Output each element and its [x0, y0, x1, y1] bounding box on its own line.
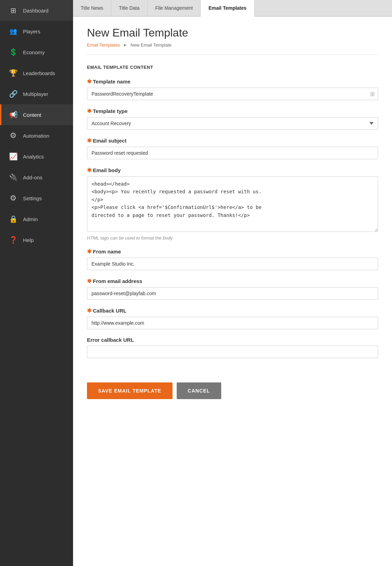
error-callback-url-input[interactable] — [87, 346, 378, 358]
page-title: New Email Template — [87, 26, 378, 39]
email-body-group: ✱ Email body HTML tags can be used to fo… — [87, 167, 378, 241]
sidebar-label-dashboard: Dashboard — [23, 8, 48, 14]
analytics-icon — [8, 151, 19, 162]
settings-icon — [8, 193, 19, 204]
required-star-body: ✱ — [87, 167, 91, 173]
callback-url-label: ✱ Callback URL — [87, 307, 378, 314]
email-body-textarea[interactable] — [87, 176, 378, 232]
email-subject-group: ✱ Email subject — [87, 137, 378, 159]
page-header: New Email Template Email Templates ► New… — [73, 17, 392, 48]
dashboard-icon — [8, 5, 19, 16]
footer-actions: SAVE EMAIL TEMPLATE CANCEL — [73, 376, 392, 410]
required-star-from-email: ✱ — [87, 278, 91, 284]
sidebar-item-admin[interactable]: Admin — [0, 209, 73, 229]
template-name-input-wrapper: ⊞ — [87, 88, 378, 100]
template-type-label: ✱ Template type — [87, 108, 378, 114]
template-name-input[interactable] — [87, 88, 378, 100]
sidebar-item-content[interactable]: Content — [0, 104, 73, 125]
sidebar-label-leaderboards: Leaderboards — [23, 70, 55, 76]
automation-icon — [8, 130, 19, 141]
sidebar-item-automation[interactable]: Automation — [0, 125, 73, 146]
email-body-label: ✱ Email body — [87, 167, 378, 173]
form-area: EMAIL TEMPLATE CONTENT ✱ Template name ⊞… — [73, 55, 392, 373]
from-email-group: ✱ From email address — [87, 278, 378, 300]
sidebar-item-players[interactable]: Players — [0, 21, 73, 42]
sidebar-label-multiplayer: Multiplayer — [23, 91, 48, 97]
sidebar-label-economy: Economy — [23, 49, 45, 55]
required-star-subject: ✱ — [87, 137, 91, 144]
tab-title-news[interactable]: Title News — [73, 0, 111, 16]
sidebar-item-help[interactable]: Help — [0, 229, 73, 250]
players-icon — [8, 26, 19, 37]
breadcrumb-current: New Email Template — [130, 42, 171, 48]
required-star-callback: ✱ — [87, 307, 91, 314]
sidebar: Dashboard Players Economy Leaderboards M… — [0, 0, 73, 566]
sidebar-label-help: Help — [23, 237, 34, 243]
tab-title-data[interactable]: Title Data — [111, 0, 147, 16]
sidebar-item-leaderboards[interactable]: Leaderboards — [0, 63, 73, 83]
callback-url-group: ✱ Callback URL — [87, 307, 378, 329]
error-callback-url-label: Error callback URL — [87, 337, 378, 343]
tab-bar: Title News Title Data File Management Em… — [73, 0, 392, 17]
admin-icon — [8, 213, 19, 225]
save-email-template-button[interactable]: SAVE EMAIL TEMPLATE — [87, 382, 173, 399]
main-content: Title News Title Data File Management Em… — [73, 0, 392, 566]
template-name-grid-icon: ⊞ — [370, 91, 375, 97]
sidebar-label-players: Players — [23, 29, 40, 34]
sidebar-item-addons[interactable]: Add-ons — [0, 167, 73, 188]
sidebar-item-economy[interactable]: Economy — [0, 42, 73, 63]
sidebar-label-automation: Automation — [23, 133, 49, 139]
economy-icon — [8, 47, 19, 58]
leaderboards-icon — [8, 67, 19, 79]
template-name-group: ✱ Template name ⊞ — [87, 78, 378, 100]
required-star-type: ✱ — [87, 108, 91, 114]
tab-email-templates[interactable]: Email Templates — [201, 0, 254, 17]
breadcrumb-link[interactable]: Email Templates — [87, 42, 120, 48]
addons-icon — [8, 172, 19, 183]
cancel-button[interactable]: CANCEL — [177, 382, 221, 399]
sidebar-label-settings: Settings — [23, 195, 42, 201]
callback-url-input[interactable] — [87, 317, 378, 329]
from-name-label: ✱ From name — [87, 248, 378, 255]
template-name-label: ✱ Template name — [87, 78, 378, 85]
required-star-name: ✱ — [87, 78, 91, 85]
multiplayer-icon — [8, 88, 19, 99]
sidebar-item-multiplayer[interactable]: Multiplayer — [0, 83, 73, 104]
from-email-label: ✱ From email address — [87, 278, 378, 284]
content-icon — [8, 109, 19, 120]
from-email-input[interactable] — [87, 287, 378, 300]
sidebar-item-analytics[interactable]: Analytics — [0, 146, 73, 167]
sidebar-item-settings[interactable]: Settings — [0, 188, 73, 209]
from-name-input[interactable] — [87, 258, 378, 270]
error-callback-url-group: Error callback URL — [87, 337, 378, 358]
required-star-from-name: ✱ — [87, 248, 91, 255]
email-subject-input[interactable] — [87, 147, 378, 159]
sidebar-label-addons: Add-ons — [23, 175, 42, 180]
sidebar-label-analytics: Analytics — [23, 154, 44, 160]
email-subject-label: ✱ Email subject — [87, 137, 378, 144]
sidebar-label-admin: Admin — [23, 216, 38, 222]
email-body-hint: HTML tags can be used to format the body — [87, 235, 378, 241]
tab-file-management[interactable]: File Management — [147, 0, 201, 16]
from-name-group: ✱ From name — [87, 248, 378, 270]
breadcrumb: Email Templates ► New Email Template — [87, 42, 378, 48]
help-icon — [8, 234, 19, 245]
template-type-group: ✱ Template type Account Recovery Email C… — [87, 108, 378, 130]
sidebar-item-dashboard[interactable]: Dashboard — [0, 0, 73, 21]
section-title: EMAIL TEMPLATE CONTENT — [87, 65, 378, 70]
breadcrumb-separator: ► — [123, 42, 128, 48]
template-type-select[interactable]: Account Recovery Email Confirmation Othe… — [87, 117, 378, 130]
sidebar-label-content: Content — [23, 112, 41, 118]
